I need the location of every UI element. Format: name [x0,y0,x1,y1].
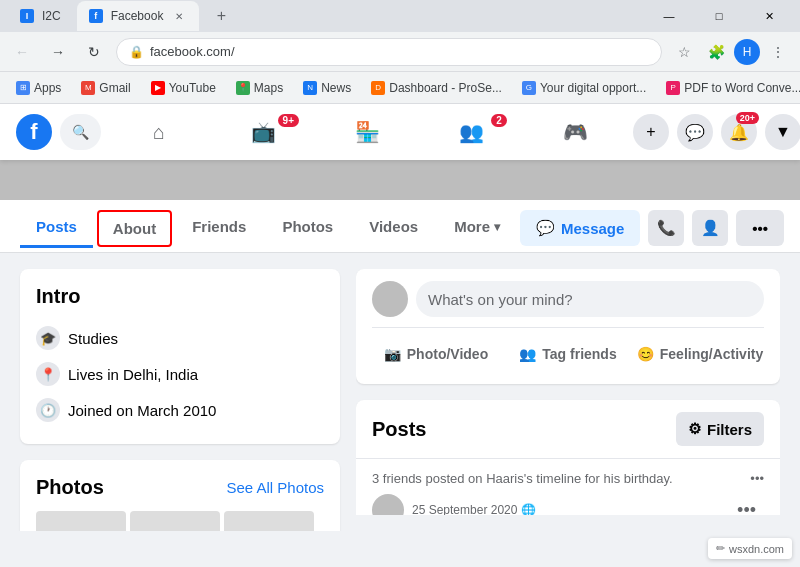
facebook-search[interactable]: 🔍 [60,114,101,150]
tag-friends-button[interactable]: 👥 Tag friends [504,336,632,372]
globe-icon: 🌐 [521,503,536,515]
tab-i2c-favicon: I [20,9,34,23]
window-controls: — □ ✕ [646,0,792,32]
watch-badge: 9+ [278,114,299,127]
message-button[interactable]: 💬 Message [520,210,640,246]
minimize-button[interactable]: — [646,0,692,32]
watermark: ✏ wsxdn.com [708,538,792,559]
more-actions-button[interactable]: ••• [736,210,784,246]
location-text: Lives in Delhi, India [68,366,198,383]
facebook-logo: f [16,114,52,150]
messenger-button[interactable]: 💬 [677,114,713,150]
bookmark-gmail[interactable]: M Gmail [73,78,138,98]
more-dots[interactable]: ••• [750,471,764,486]
see-all-photos[interactable]: See All Photos [226,479,324,496]
tab-close-button[interactable]: ✕ [171,8,187,24]
ssl-icon: 🔒 [129,45,144,59]
tab-photos[interactable]: Photos [266,208,349,248]
bookmark-icon[interactable]: ☆ [670,38,698,66]
extension-icon[interactable]: 🧩 [702,38,730,66]
watch-icon: 📺 [251,120,276,144]
phone-button[interactable]: 📞 [648,210,684,246]
pdf-icon: P [666,81,680,95]
notifications-button[interactable]: 🔔 20+ [721,114,757,150]
tab-facebook-label: Facebook [111,9,164,23]
photo-thumb-2 [130,511,220,531]
nav-friends[interactable]: 👥 2 [421,108,521,156]
feeling-label: Feeling/Activity [660,346,763,362]
home-icon: ⌂ [153,121,165,144]
youtube-icon: ▶ [151,81,165,95]
bookmark-dashboard[interactable]: D Dashboard - ProSe... [363,78,510,98]
menu-button[interactable]: ⋮ [764,38,792,66]
post-input[interactable]: What's on your mind? [416,281,764,317]
filters-label: Filters [707,421,752,438]
nav-marketplace[interactable]: 🏪 [317,108,417,156]
maps-icon: 📍 [236,81,250,95]
feeling-button[interactable]: 😊 Feeling/Activity [636,336,764,372]
address-actions: ☆ 🧩 H ⋮ [670,38,792,66]
maximize-button[interactable]: □ [696,0,742,32]
account-button[interactable]: ▼ [765,114,800,150]
news-icon: N [303,81,317,95]
bookmark-pdf[interactable]: P PDF to Word Conve... [658,78,800,98]
bookmark-google[interactable]: G Your digital opport... [514,78,654,98]
url-bar[interactable]: 🔒 facebook.com/ [116,38,662,66]
tab-about-label: About [113,220,156,237]
tab-posts[interactable]: Posts [20,208,93,248]
tab-about[interactable]: About [97,210,172,247]
cover-photo [0,160,800,200]
tab-more-label: More [454,218,490,235]
close-button[interactable]: ✕ [746,0,792,32]
nav-gaming[interactable]: 🎮 [525,108,625,156]
nav-watch[interactable]: 📺 9+ [213,108,313,156]
refresh-button[interactable]: ↻ [80,38,108,66]
tab-more[interactable]: More ▾ [438,208,516,248]
google-label: Your digital opport... [540,81,646,95]
edit-icon: ✏ [716,542,725,555]
plus-button[interactable]: + [633,114,669,150]
photo-video-button[interactable]: 📷 Photo/Video [372,336,500,372]
profile-avatar[interactable]: H [734,39,760,65]
photos-header: Photos See All Photos [36,476,324,499]
create-post-box: What's on your mind? 📷 Photo/Video 👥 Tag… [356,269,780,384]
post-birthday-text: 3 friends posted on Haaris's timeline fo… [372,471,764,486]
tab-i2c[interactable]: I I2C [8,1,73,31]
maps-label: Maps [254,81,283,95]
filters-button[interactable]: ⚙ Filters [676,412,764,446]
post-avatar [372,281,408,317]
intro-card: Intro 🎓 Studies 📍 Lives in Delhi, India … [20,269,340,444]
google-icon: G [522,81,536,95]
post-item: 3 friends posted on Haaris's timeline fo… [356,459,780,515]
nav-home[interactable]: ⌂ [109,108,209,156]
person-button[interactable]: 👤 [692,210,728,246]
tab-videos[interactable]: Videos [353,208,434,248]
studies-text: Studies [68,330,118,347]
bookmark-maps[interactable]: 📍 Maps [228,78,291,98]
studies-icon: 🎓 [36,326,60,350]
tab-friends[interactable]: Friends [176,208,262,248]
post-input-placeholder: What's on your mind? [428,291,573,308]
bookmark-news[interactable]: N News [295,78,359,98]
forward-button[interactable]: → [44,38,72,66]
tag-icon: 👥 [519,346,536,362]
post-options[interactable]: ••• [729,496,764,516]
new-tab-button[interactable]: + [207,2,235,30]
tab-facebook[interactable]: f Facebook ✕ [77,1,200,31]
facebook-page: f 🔍 ⌂ 📺 9+ 🏪 👥 2 🎮 + 💬 [0,104,800,531]
post-actions: 📷 Photo/Video 👥 Tag friends 😊 Feeling/Ac… [372,327,764,372]
post-input-row: What's on your mind? [372,281,764,317]
main-feed: What's on your mind? 📷 Photo/Video 👥 Tag… [356,269,780,515]
bookmark-apps[interactable]: ⊞ Apps [8,78,69,98]
intro-title: Intro [36,285,324,308]
gmail-icon: M [81,81,95,95]
facebook-nav-center: ⌂ 📺 9+ 🏪 👥 2 🎮 [109,108,625,156]
news-label: News [321,81,351,95]
back-button[interactable]: ← [8,38,36,66]
filter-icon: ⚙ [688,420,701,438]
bookmark-youtube[interactable]: ▶ YouTube [143,78,224,98]
post-info: 25 September 2020 🌐 [412,503,721,515]
posts-section: Posts ⚙ Filters 3 friends posted on Haar… [356,400,780,515]
post-date: 25 September 2020 🌐 [412,503,721,515]
title-bar: I I2C f Facebook ✕ + — □ ✕ [0,0,800,32]
